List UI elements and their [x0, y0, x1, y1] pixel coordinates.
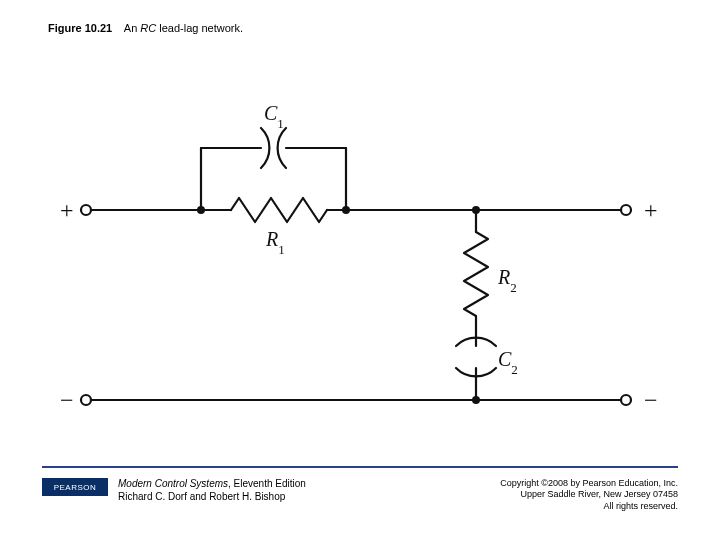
caption-prefix: An [124, 22, 141, 34]
label-in-plus: + [60, 197, 74, 223]
copyright-line2: Upper Saddle River, New Jersey 07458 [500, 489, 678, 500]
caption-suffix: lead-lag network. [156, 22, 243, 34]
label-out-plus: + [644, 197, 658, 223]
label-r2: R2 [497, 266, 517, 295]
pearson-logo-text: PEARSON [54, 483, 97, 492]
book-edition: , Eleventh Edition [228, 478, 306, 489]
footer-rule [42, 466, 678, 468]
book-title: Modern Control Systems [118, 478, 228, 489]
caption-spacer [115, 22, 121, 34]
resistor-r1 [231, 198, 327, 222]
label-r1: R1 [265, 228, 285, 257]
label-in-minus: − [60, 387, 74, 413]
circuit-diagram: + C1 R1 + R2 C2 [46, 70, 666, 430]
caption-emph: RC [140, 22, 156, 34]
terminal-out-minus [621, 395, 631, 405]
copyright-block: Copyright ©2008 by Pearson Education, In… [500, 478, 678, 512]
capacitor-c1-plate-right [278, 128, 286, 168]
book-authors: Richard C. Dorf and Robert H. Bishop [118, 491, 306, 504]
resistor-r2 [464, 232, 488, 316]
label-c2: C2 [498, 348, 518, 377]
copyright-line1: Copyright ©2008 by Pearson Education, In… [500, 478, 678, 489]
copyright-line3: All rights reserved. [500, 501, 678, 512]
figure-number: Figure 10.21 [48, 22, 112, 34]
figure-caption: Figure 10.21 An RC lead-lag network. [48, 22, 243, 35]
label-c1: C1 [264, 102, 284, 131]
terminal-in-minus [81, 395, 91, 405]
book-info: Modern Control Systems, Eleventh Edition… [118, 478, 306, 503]
label-out-minus: − [644, 387, 658, 413]
pearson-logo: PEARSON [42, 478, 108, 496]
terminal-in-plus [81, 205, 91, 215]
capacitor-c1-plate-left [261, 128, 269, 168]
terminal-out-plus [621, 205, 631, 215]
